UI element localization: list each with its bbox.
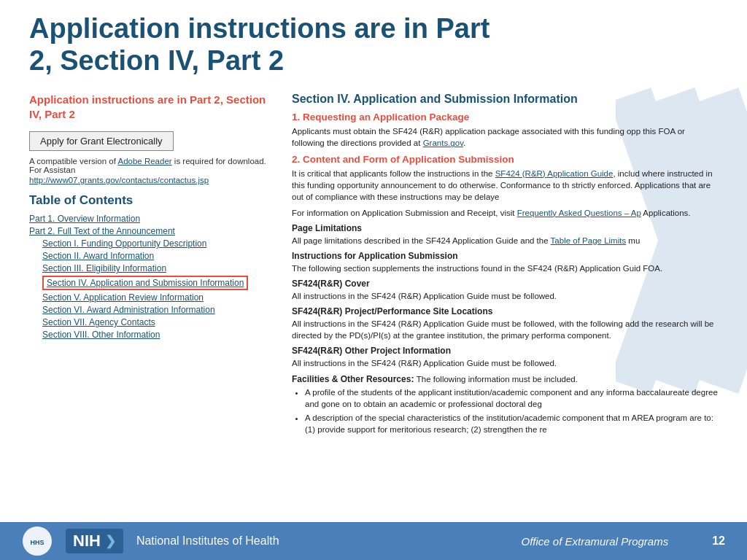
toc-link-sec8[interactable]: Section VIII. Other Information — [42, 330, 160, 340]
toc-link-sec5[interactable]: Section V. Application Review Informatio… — [42, 292, 204, 303]
page-limits-link[interactable]: Table of Page Limits — [551, 236, 627, 245]
svg-text:HHS: HHS — [30, 539, 44, 546]
toc-item-part1: Part 1. Overview Information — [29, 214, 277, 224]
footer-office: Office of Extramural Programs — [521, 535, 668, 548]
apply-button-wrapper: Apply for Grant Electronically — [29, 131, 277, 151]
toc-link-sec6[interactable]: Section VI. Award Administration Informa… — [42, 305, 215, 315]
instructions-body: The following section supplements the in… — [292, 262, 718, 274]
facilities-heading: Facilities & Other Resources: The follow… — [292, 374, 718, 384]
sf424-other-body: All instructions in the SF424 (R&R) Appl… — [292, 357, 718, 369]
subsection-2-title: 2. Content and Form of Application Submi… — [292, 154, 718, 165]
page-limitations-heading: Page Limitations — [292, 223, 718, 233]
toc-item-sec5: Section V. Application Review Informatio… — [29, 292, 277, 303]
adobe-note: A compatible version of Adobe Reader is … — [29, 157, 277, 174]
footer-right: Office of Extramural Programs 12 — [521, 534, 725, 548]
toc-highlight-sec4: Section IV. Application and Submission I… — [42, 276, 248, 290]
toc-link-part2[interactable]: Part 2. Full Text of the Announcement — [29, 226, 175, 236]
page-title: Application instructions are in Part 2, … — [29, 13, 718, 77]
footer-org-name: National Institutes of Health — [136, 534, 279, 548]
right-column: Section IV. Application and Submission I… — [292, 84, 718, 527]
nih-badge: NIH ❯ — [66, 529, 123, 553]
toc-item-part2: Part 2. Full Text of the Announcement — [29, 226, 277, 236]
faq-note: For information on Application Submissio… — [292, 207, 718, 219]
nih-chevron-icon: ❯ — [105, 533, 116, 549]
toc-item-sec2: Section II. Award Information — [29, 251, 277, 261]
hhs-logo: HHS — [22, 526, 53, 556]
page-header: Application instructions are in Part 2, … — [0, 0, 747, 84]
sf424-project-body: All instructions in the SF424 (R&R) Appl… — [292, 318, 718, 341]
toc-link-sec7[interactable]: Section VII. Agency Contacts — [42, 317, 155, 327]
apply-grant-button[interactable]: Apply for Grant Electronically — [29, 131, 174, 151]
sf424-other-heading: SF424(R&R) Other Project Information — [292, 346, 718, 356]
right-section-header: Section IV. Application and Submission I… — [292, 93, 718, 106]
toc-item-sec8: Section VIII. Other Information — [29, 330, 277, 340]
toc-item-sec6: Section VI. Award Administration Informa… — [29, 305, 277, 315]
nih-letters: NIH — [73, 532, 101, 551]
toc-link-sec4[interactable]: Section IV. Application and Submission I… — [47, 278, 244, 288]
toc-link-sec1[interactable]: Section I. Funding Opportunity Descripti… — [42, 238, 206, 249]
sf424-cover-body: All instructions in the SF424 (R&R) Appl… — [292, 290, 718, 302]
sf424-project-heading: SF424(R&R) Project/Performance Site Loca… — [292, 306, 718, 316]
sf424-guide-link[interactable]: SF424 (R&R) Application Guide — [495, 169, 614, 178]
toc-item-sec7: Section VII. Agency Contacts — [29, 317, 277, 327]
subsection-1-body: Applicants must obtain the SF424 (R&R) a… — [292, 125, 718, 149]
adobe-reader-link[interactable]: Adobe Reader — [117, 157, 171, 166]
toc-item-sec4: Section IV. Application and Submission I… — [29, 276, 277, 290]
sf424-cover-heading: SF424(R&R) Cover — [292, 279, 718, 289]
subsection-2-body: It is critical that applicants follow th… — [292, 168, 718, 203]
toc-item-sec1: Section I. Funding Opportunity Descripti… — [29, 238, 277, 249]
facilities-bullets: A profile of the students of the applica… — [292, 386, 718, 435]
bullet-2: A description of the special characteris… — [305, 412, 718, 435]
footer-page-number: 12 — [712, 534, 725, 548]
page-limitations-body: All page limitations described in the SF… — [292, 235, 718, 246]
toc-link-sec2[interactable]: Section II. Award Information — [42, 251, 154, 261]
table-of-contents: Part 1. Overview Information Part 2. Ful… — [29, 214, 277, 340]
grants-contact-link[interactable]: http://www07.grants.gov/contactus/contac… — [29, 176, 277, 184]
toc-item-sec3: Section III. Eligibility Information — [29, 263, 277, 273]
grants-gov-link[interactable]: Grants.gov — [423, 139, 463, 147]
toc-link-part1[interactable]: Part 1. Overview Information — [29, 214, 140, 224]
toc-link-sec3[interactable]: Section III. Eligibility Information — [42, 263, 166, 273]
content-area: Application instructions are in Part 2, … — [0, 84, 747, 527]
instructions-heading: Instructions for Application Submission — [292, 251, 718, 261]
toc-heading: Table of Contents — [29, 193, 277, 208]
subsection-1-title: 1. Requesting an Application Package — [292, 112, 718, 122]
left-column: Application instructions are in Part 2, … — [29, 84, 277, 527]
footer: HHS NIH ❯ National Institutes of Health … — [0, 522, 747, 560]
bullet-1: A profile of the students of the applica… — [305, 386, 718, 410]
faq-link[interactable]: Frequently Asked Questions – Ap — [517, 209, 641, 217]
left-subtitle: Application instructions are in Part 2, … — [29, 93, 277, 121]
